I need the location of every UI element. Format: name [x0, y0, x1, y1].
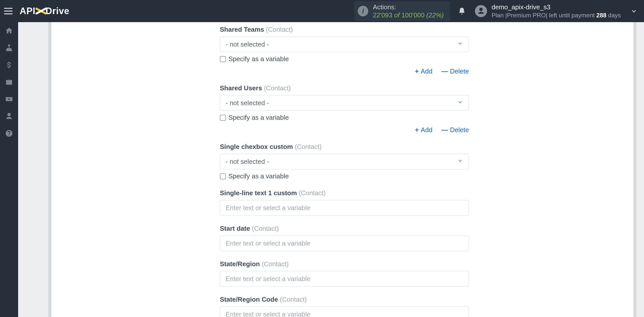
- field-state-region: State/Region (Contact): [220, 260, 469, 287]
- label-hint: (Contact): [266, 26, 293, 33]
- delete-button[interactable]: — Delete: [441, 126, 469, 134]
- field-single-checkbox: Single chexbox custom (Contact) - not se…: [220, 143, 469, 180]
- add-label: Add: [421, 126, 432, 134]
- notifications-bell-icon[interactable]: [458, 7, 466, 15]
- add-delete-row: + Add — Delete: [220, 126, 469, 134]
- label-hint: (Contact): [262, 260, 289, 268]
- label-text: Single chexbox custom: [220, 143, 293, 150]
- field-label: Shared Users (Contact): [220, 84, 469, 92]
- field-shared-teams: Shared Teams (Contact) - not selected - …: [220, 26, 469, 75]
- input-single-line-1[interactable]: [220, 200, 469, 216]
- plus-icon: +: [415, 67, 419, 75]
- specify-variable-checkbox[interactable]: Specify as a variable: [220, 172, 469, 180]
- label-hint: (Contact): [299, 189, 326, 197]
- select-value: - not selected -: [226, 99, 457, 107]
- user-menu-chevron-icon[interactable]: [631, 8, 637, 14]
- chevron-down-icon: [457, 158, 463, 166]
- work-area: Shared Teams (Contact) - not selected - …: [18, 22, 644, 317]
- field-label: Single chexbox custom (Contact): [220, 143, 469, 151]
- nav-video-icon[interactable]: [0, 91, 18, 108]
- add-delete-row: + Add — Delete: [220, 67, 469, 75]
- plus-icon: +: [415, 126, 419, 134]
- field-label: Shared Teams (Contact): [220, 26, 469, 33]
- label-text: Shared Teams: [220, 26, 264, 33]
- delete-label: Delete: [450, 126, 469, 134]
- info-icon: i: [358, 6, 368, 16]
- checkbox-label: Specify as a variable: [228, 114, 289, 122]
- page-shadow-right: [633, 22, 636, 317]
- nav-account-icon[interactable]: [0, 108, 18, 125]
- checkbox-label: Specify as a variable: [228, 172, 289, 180]
- checkbox-box-icon: [220, 173, 226, 179]
- logo-part-api: API: [20, 6, 35, 16]
- field-label: Single-line text 1 custom (Contact): [220, 189, 469, 197]
- select-value: - not selected -: [226, 158, 457, 166]
- actions-counter-text: Actions: 22'093 of 100'000 (22%): [373, 3, 444, 19]
- label-hint: (Contact): [280, 296, 307, 303]
- minus-icon: —: [441, 67, 448, 75]
- add-button[interactable]: + Add: [415, 67, 432, 75]
- field-state-region-code: State/Region Code (Contact): [220, 296, 469, 317]
- page-card: Shared Teams (Contact) - not selected - …: [51, 22, 633, 317]
- nav-help-icon[interactable]: [0, 125, 18, 142]
- field-shared-users: Shared Users (Contact) - not selected - …: [220, 84, 469, 134]
- user-plan-days-word: days: [607, 12, 621, 19]
- delete-label: Delete: [450, 67, 469, 75]
- actions-counter[interactable]: i Actions: 22'093 of 100'000 (22%): [354, 2, 450, 21]
- input-state-region-code[interactable]: [220, 306, 469, 317]
- select-shared-teams[interactable]: - not selected -: [220, 36, 469, 52]
- label-text: State/Region: [220, 260, 260, 268]
- field-label: State/Region Code (Contact): [220, 296, 469, 303]
- add-label: Add: [421, 67, 432, 75]
- field-single-line-1: Single-line text 1 custom (Contact): [220, 189, 469, 216]
- label-hint: (Contact): [252, 225, 279, 232]
- actions-used: 22'093: [373, 11, 392, 19]
- chevron-down-icon: [457, 41, 463, 48]
- input-start-date[interactable]: [220, 235, 469, 251]
- user-name: demo_apix-drive_s3: [492, 3, 621, 12]
- user-plan-days: 288: [596, 12, 607, 19]
- logo-x-icon: [35, 6, 46, 16]
- avatar[interactable]: [475, 5, 487, 17]
- field-label: Start date (Contact): [220, 225, 469, 232]
- checkbox-label: Specify as a variable: [228, 55, 289, 63]
- logo[interactable]: API Drive: [20, 6, 69, 16]
- label-text: Shared Users: [220, 84, 262, 92]
- specify-variable-checkbox[interactable]: Specify as a variable: [220, 114, 469, 122]
- user-plan: Plan |Premium PRO| left until payment 28…: [492, 11, 621, 19]
- input-state-region[interactable]: [220, 271, 469, 287]
- nav-home-icon[interactable]: [0, 22, 18, 39]
- select-single-checkbox[interactable]: - not selected -: [220, 154, 469, 169]
- select-value: - not selected -: [226, 41, 457, 48]
- page-shadow-left: [48, 22, 51, 317]
- form-column: Shared Teams (Contact) - not selected - …: [220, 22, 469, 317]
- minus-icon: —: [441, 126, 448, 134]
- label-text: State/Region Code: [220, 296, 278, 303]
- user-plan-prefix: Plan |Premium PRO| left until payment: [492, 12, 596, 19]
- actions-title: Actions:: [373, 3, 444, 11]
- specify-variable-checkbox[interactable]: Specify as a variable: [220, 55, 469, 63]
- field-label: State/Region (Contact): [220, 260, 469, 268]
- label-text: Single-line text 1 custom: [220, 189, 297, 197]
- nav-projects-icon[interactable]: [0, 73, 18, 91]
- checkbox-box-icon: [220, 115, 226, 121]
- left-nav: [0, 22, 18, 317]
- chevron-down-icon: [457, 99, 463, 107]
- top-bar: API Drive i Actions: 22'093 of 100'000 (…: [0, 0, 644, 22]
- menu-burger-icon[interactable]: [4, 8, 13, 14]
- checkbox-box-icon: [220, 56, 226, 62]
- select-shared-users[interactable]: - not selected -: [220, 95, 469, 111]
- nav-connections-icon[interactable]: [0, 39, 18, 56]
- label-text: Start date: [220, 225, 250, 232]
- nav-billing-icon[interactable]: [0, 56, 18, 73]
- label-hint: (Contact): [264, 84, 291, 92]
- add-button[interactable]: + Add: [415, 126, 432, 134]
- field-start-date: Start date (Contact): [220, 225, 469, 251]
- logo-part-drive: Drive: [46, 6, 69, 16]
- label-hint: (Contact): [295, 143, 322, 150]
- delete-button[interactable]: — Delete: [441, 67, 469, 75]
- user-block[interactable]: demo_apix-drive_s3 Plan |Premium PRO| le…: [492, 3, 621, 19]
